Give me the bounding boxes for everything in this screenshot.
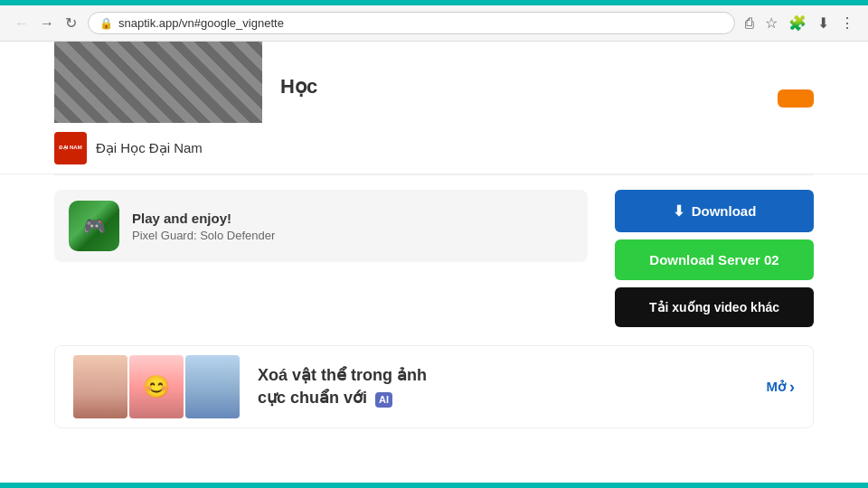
ad-emoji: 😊: [143, 374, 170, 399]
ad-title-line1: Xoá vật thể trong ảnh: [258, 366, 427, 384]
bottom-teal-bar: [0, 483, 868, 488]
game-title: Play and enjoy!: [132, 211, 275, 226]
nav-buttons: ← → ↻: [11, 13, 80, 33]
share-icon[interactable]: ⎙: [742, 14, 757, 33]
video-thumbnail: [54, 42, 262, 123]
download-button-label: Download: [692, 203, 757, 219]
divider: [54, 174, 814, 175]
extensions-icon[interactable]: 🧩: [786, 13, 809, 33]
game-card: 🎮 Play and enjoy! Pixel Guard: Solo Defe…: [54, 190, 588, 262]
ad-image-1: [73, 355, 127, 418]
ad-images: 😊: [73, 355, 240, 418]
download-other-label: Tải xuống video khác: [649, 300, 779, 314]
refresh-button[interactable]: ↻: [61, 13, 80, 33]
danam-logo-text: ĐẠI NAM: [59, 145, 81, 151]
orange-action-button[interactable]: [778, 89, 814, 108]
danam-section: ĐẠI NAM Đại Học Đại Nam: [0, 123, 868, 174]
ad-title-line2: cực chuẩn với: [258, 389, 367, 407]
game-subtitle: Pixel Guard: Solo Defender: [132, 229, 275, 242]
danam-name: Đại Học Đại Nam: [96, 140, 203, 156]
top-video-section: Học: [0, 42, 868, 123]
video-title: Học: [262, 48, 335, 123]
game-emoji: 🎮: [83, 215, 106, 237]
download-server2-label: Download Server 02: [649, 252, 778, 267]
game-icon: 🎮: [69, 201, 119, 251]
download-other-button[interactable]: Tải xuống video khác: [615, 287, 814, 327]
browser-chrome: ← → ↻ 🔒 snaptik.app/vn#google_vignette ⎙…: [0, 5, 868, 42]
right-buttons: ⬇ Download Download Server 02 Tải xuống …: [615, 190, 814, 327]
back-button[interactable]: ←: [11, 13, 33, 33]
ad-title: Xoá vật thể trong ảnh cực chuẩn với AI: [258, 364, 749, 409]
danam-logo: ĐẠI NAM: [54, 132, 87, 164]
ad-image-2: 😊: [129, 355, 184, 418]
address-bar[interactable]: 🔒 snaptik.app/vn#google_vignette: [88, 12, 735, 34]
ai-badge: AI: [375, 392, 392, 408]
page-content: Học ĐẠI NAM Đại Học Đại Nam 🎮 Play and e…: [0, 42, 868, 488]
ad-open-button[interactable]: Mở ›: [767, 378, 796, 397]
thumbnail-inner: [54, 42, 262, 123]
bookmark-icon[interactable]: ☆: [762, 13, 780, 33]
game-info: Play and enjoy! Pixel Guard: Solo Defend…: [132, 211, 275, 242]
left-content: 🎮 Play and enjoy! Pixel Guard: Solo Defe…: [54, 190, 588, 327]
download-arrow-icon: ⬇: [673, 202, 684, 220]
browser-actions: ⎙ ☆ 🧩 ⬇ ⋮: [742, 13, 857, 33]
ad-image-3: [185, 355, 240, 418]
ad-open-label: Mở: [767, 379, 787, 395]
lock-icon: 🔒: [99, 17, 113, 30]
download-server2-button[interactable]: Download Server 02: [615, 239, 814, 280]
url-text: snaptik.app/vn#google_vignette: [118, 16, 284, 30]
download-icon[interactable]: ⬇: [815, 13, 832, 33]
ad-banner: 😊 Xoá vật thể trong ảnh cực chuẩn với AI…: [54, 345, 814, 428]
download-button[interactable]: ⬇ Download: [615, 190, 814, 232]
forward-button[interactable]: →: [36, 13, 58, 33]
ad-text: Xoá vật thể trong ảnh cực chuẩn với AI: [258, 364, 749, 409]
menu-icon[interactable]: ⋮: [837, 13, 857, 33]
chevron-right-icon: ›: [789, 378, 795, 397]
main-content: 🎮 Play and enjoy! Pixel Guard: Solo Defe…: [0, 190, 868, 327]
